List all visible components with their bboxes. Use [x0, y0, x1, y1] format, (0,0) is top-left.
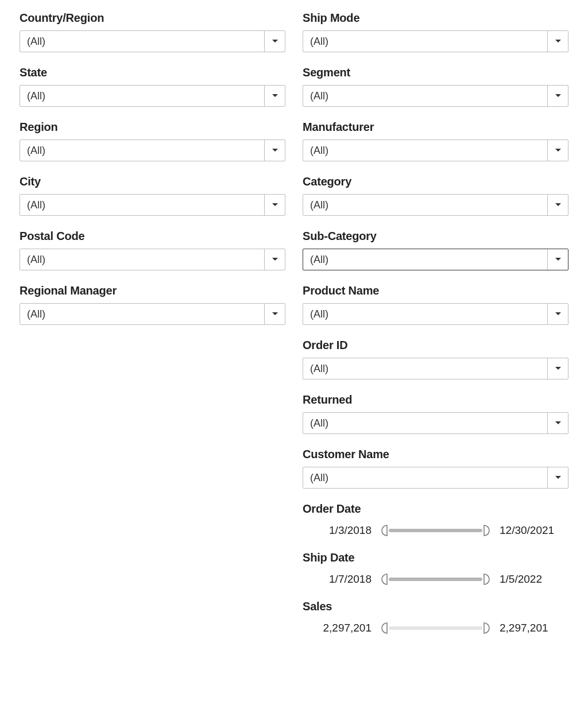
slider-track-ship-date[interactable] — [380, 572, 492, 586]
slider-handle-right-sales[interactable] — [483, 622, 492, 634]
dropdown-manufacturer[interactable]: (All) — [303, 140, 568, 161]
slider-from-ship-date: 1/7/2018 — [303, 573, 372, 586]
filter-label-country-region: Country/Region — [20, 11, 285, 25]
chevron-down-icon[interactable] — [547, 249, 568, 270]
slider-handle-left-ship-date[interactable] — [380, 574, 388, 585]
slider-row-sales: 2,297,2012,297,201 — [303, 619, 568, 635]
dropdown-regional-manager[interactable]: (All) — [20, 303, 285, 325]
slider-label-sales: Sales — [303, 600, 568, 613]
slider-label-order-date: Order Date — [303, 502, 568, 516]
filter-category: Category(All) — [303, 175, 568, 216]
filter-label-manufacturer: Manufacturer — [303, 121, 568, 134]
chevron-down-icon[interactable] — [264, 140, 285, 161]
filter-region: Region(All) — [20, 121, 285, 161]
slider-to-order-date: 12/30/2021 — [500, 524, 568, 537]
dropdown-customer-name[interactable]: (All) — [303, 467, 568, 489]
slider-row-order-date: 1/3/201812/30/2021 — [303, 521, 568, 537]
filter-label-segment: Segment — [303, 66, 568, 79]
dropdown-returned[interactable]: (All) — [303, 412, 568, 434]
filter-manufacturer: Manufacturer(All) — [303, 121, 568, 161]
filter-label-regional-manager: Regional Manager — [20, 284, 285, 297]
dropdown-value-returned: (All) — [303, 413, 547, 433]
filter-label-postal-code: Postal Code — [20, 230, 285, 243]
dropdown-value-segment: (All) — [303, 86, 547, 106]
filter-postal-code: Postal Code(All) — [20, 230, 285, 270]
chevron-down-icon[interactable] — [547, 140, 568, 161]
filter-product-name: Product Name(All) — [303, 284, 568, 325]
dropdown-value-sub-category: (All) — [303, 249, 547, 270]
dropdown-category[interactable]: (All) — [303, 194, 568, 216]
chevron-down-icon[interactable] — [547, 86, 568, 106]
filter-returned: Returned(All) — [303, 393, 568, 434]
filter-ship-mode: Ship Mode(All) — [303, 11, 568, 52]
slider-sales: Sales2,297,2012,297,201 — [303, 600, 568, 635]
dropdown-value-state: (All) — [20, 86, 264, 106]
filter-city: City(All) — [20, 175, 285, 216]
slider-handle-right-order-date[interactable] — [483, 525, 492, 536]
slider-bar-order-date[interactable] — [389, 529, 482, 532]
chevron-down-icon[interactable] — [547, 467, 568, 488]
filter-segment: Segment(All) — [303, 66, 568, 107]
filter-state: State(All) — [20, 66, 285, 107]
filter-label-sub-category: Sub-Category — [303, 230, 568, 243]
slider-from-order-date: 1/3/2018 — [303, 524, 372, 537]
dropdown-value-city: (All) — [20, 195, 264, 215]
dropdown-country-region[interactable]: (All) — [20, 30, 285, 52]
dropdown-value-postal-code: (All) — [20, 249, 264, 270]
chevron-down-icon[interactable] — [547, 31, 568, 52]
slider-track-order-date[interactable] — [380, 524, 492, 537]
dropdown-value-category: (All) — [303, 195, 547, 215]
filter-order-id: Order ID(All) — [303, 339, 568, 379]
dropdown-value-order-id: (All) — [303, 358, 547, 379]
dropdown-value-product-name: (All) — [303, 304, 547, 324]
chevron-down-icon[interactable] — [547, 413, 568, 433]
dropdown-product-name[interactable]: (All) — [303, 303, 568, 325]
dropdown-state[interactable]: (All) — [20, 85, 285, 107]
slider-to-ship-date: 1/5/2022 — [500, 573, 568, 586]
filter-label-state: State — [20, 66, 285, 79]
dropdown-region[interactable]: (All) — [20, 140, 285, 161]
slider-to-sales: 2,297,201 — [500, 622, 568, 634]
slider-order-date: Order Date1/3/201812/30/2021 — [303, 502, 568, 537]
slider-handle-left-sales[interactable] — [380, 622, 388, 634]
filter-regional-manager: Regional Manager(All) — [20, 284, 285, 325]
dropdown-ship-mode[interactable]: (All) — [303, 30, 568, 52]
slider-label-ship-date: Ship Date — [303, 551, 568, 564]
slider-handle-left-order-date[interactable] — [380, 525, 388, 536]
filter-customer-name: Customer Name(All) — [303, 448, 568, 489]
slider-bar-sales[interactable] — [389, 626, 482, 630]
filter-label-product-name: Product Name — [303, 284, 568, 297]
slider-from-sales: 2,297,201 — [303, 622, 372, 634]
filter-label-city: City — [20, 175, 285, 188]
chevron-down-icon[interactable] — [547, 358, 568, 379]
chevron-down-icon[interactable] — [264, 304, 285, 324]
filter-sub-category: Sub-Category(All) — [303, 230, 568, 270]
dropdown-value-manufacturer: (All) — [303, 140, 547, 161]
dropdown-order-id[interactable]: (All) — [303, 358, 568, 379]
filter-label-category: Category — [303, 175, 568, 188]
dropdown-value-country-region: (All) — [20, 31, 264, 52]
filter-label-order-id: Order ID — [303, 339, 568, 352]
filter-country-region: Country/Region(All) — [20, 11, 285, 52]
chevron-down-icon[interactable] — [264, 86, 285, 106]
dropdown-segment[interactable]: (All) — [303, 85, 568, 107]
chevron-down-icon[interactable] — [547, 195, 568, 215]
dropdown-city[interactable]: (All) — [20, 194, 285, 216]
dropdown-sub-category[interactable]: (All) — [303, 249, 568, 270]
chevron-down-icon[interactable] — [264, 249, 285, 270]
filter-label-region: Region — [20, 121, 285, 134]
slider-bar-ship-date[interactable] — [389, 578, 482, 581]
slider-ship-date: Ship Date1/7/20181/5/2022 — [303, 551, 568, 586]
slider-row-ship-date: 1/7/20181/5/2022 — [303, 570, 568, 586]
chevron-down-icon[interactable] — [547, 304, 568, 324]
chevron-down-icon[interactable] — [264, 31, 285, 52]
dropdown-postal-code[interactable]: (All) — [20, 249, 285, 270]
dropdown-value-customer-name: (All) — [303, 467, 547, 488]
slider-handle-right-ship-date[interactable] — [483, 574, 492, 585]
dropdown-value-regional-manager: (All) — [20, 304, 264, 324]
slider-track-sales[interactable] — [380, 621, 492, 635]
dropdown-value-ship-mode: (All) — [303, 31, 547, 52]
filter-label-returned: Returned — [303, 393, 568, 406]
chevron-down-icon[interactable] — [264, 195, 285, 215]
filter-label-ship-mode: Ship Mode — [303, 11, 568, 25]
